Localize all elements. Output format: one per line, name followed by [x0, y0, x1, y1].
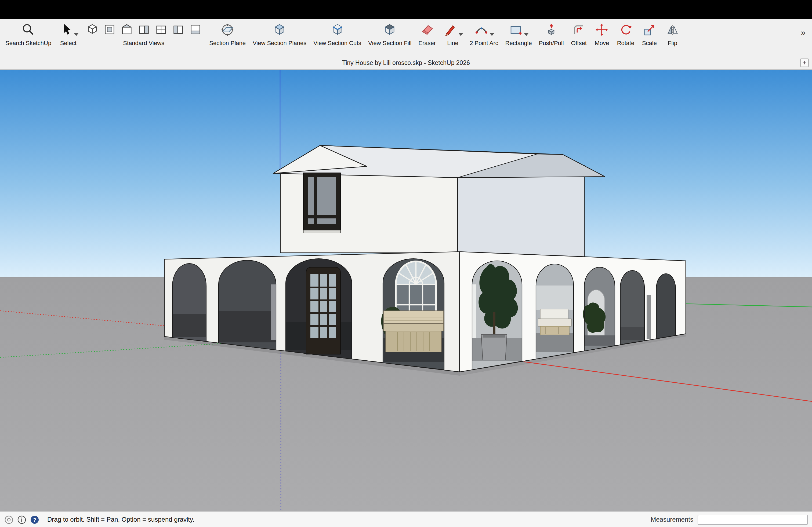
toolbar-view-right-button[interactable] — [137, 22, 151, 39]
document-title: Tiny House by Lili orosco.skp - SketchUp… — [342, 60, 470, 66]
toolbar-view-section-cuts-button[interactable]: View Section Cuts — [313, 22, 361, 46]
move-icon — [595, 22, 609, 37]
svg-text:?: ? — [33, 517, 36, 523]
status-bar: ? Drag to orbit. Shift = Pan, Option = s… — [0, 511, 812, 527]
patio-sofa-front[interactable] — [383, 311, 444, 352]
upper-story-right-wall[interactable] — [458, 165, 584, 257]
toolbar-search-sketchup-button[interactable]: Search SketchUp — [5, 22, 51, 46]
planter-box[interactable] — [481, 334, 507, 360]
toolbar: Search SketchUpSelectStandard ViewsSecti… — [0, 19, 812, 56]
toolbar-label: View Section Cuts — [313, 40, 361, 46]
toolbar-label: 2 Point Arc — [470, 40, 498, 46]
status-hint: Drag to orbit. Shift = Pan, Option = sus… — [47, 516, 194, 523]
toolbar-2-point-arc-button[interactable]: 2 Point Arc — [470, 22, 498, 46]
toolbar-label: Select — [60, 40, 76, 46]
toolbar-rotate-button[interactable]: Rotate — [617, 22, 635, 46]
toolbar-label: Line — [447, 40, 458, 46]
eraser-icon — [420, 22, 434, 37]
toolbar-label: Search SketchUp — [5, 40, 51, 46]
modeling-viewport — [0, 70, 812, 511]
rectangle-icon — [509, 22, 523, 37]
toolbar-view-section-planes-button[interactable]: View Section Planes — [253, 22, 306, 46]
toolbar-label: Flip — [668, 40, 677, 46]
view-bottom-icon — [188, 22, 202, 36]
toolbar-flip-button[interactable]: Flip — [664, 22, 680, 46]
toolbar-label: View Section Planes — [253, 40, 306, 46]
toolbar-line-button[interactable]: Line — [443, 22, 463, 46]
toolbar-label: Scale — [642, 40, 657, 46]
toolbar-view-top-button[interactable] — [102, 22, 116, 39]
toolbar-label: Section Plane — [209, 40, 246, 46]
toolbar-label: Rotate — [617, 40, 635, 46]
menu-bar — [0, 0, 812, 19]
toolbar-view-back-button[interactable] — [154, 22, 168, 39]
toolbar-push-pull-button[interactable]: Push/Pull — [539, 22, 564, 46]
toolbar-group-standard-views: Standard Views — [85, 22, 202, 46]
toolbar-section-plane-button[interactable]: Section Plane — [209, 22, 246, 46]
push-pull-icon — [544, 22, 559, 37]
view-left-icon — [171, 22, 185, 36]
offset-icon — [572, 22, 586, 37]
toolbar-label: Push/Pull — [539, 40, 564, 46]
toolbar-move-button[interactable]: Move — [594, 22, 610, 46]
geolocation-icon[interactable] — [4, 515, 13, 524]
cursor-icon — [58, 22, 73, 37]
toolbar-select-button[interactable]: Select — [58, 22, 78, 46]
toolbar-group-label: Standard Views — [123, 40, 164, 46]
line-icon — [443, 22, 457, 37]
view-iso-icon — [85, 22, 99, 36]
search-icon — [21, 22, 36, 37]
toolbar-view-section-fill-button[interactable]: View Section Fill — [368, 22, 411, 46]
rotate-icon — [619, 22, 633, 37]
section-plane-icon — [220, 22, 235, 37]
flip-icon — [665, 22, 680, 37]
help-icon[interactable]: ? — [30, 515, 39, 524]
chevron-down-icon[interactable] — [74, 28, 78, 38]
patio-sofa-right[interactable] — [538, 309, 571, 335]
view-back-icon — [154, 22, 168, 36]
front-door[interactable] — [306, 267, 340, 354]
chevron-down-icon[interactable] — [524, 28, 528, 38]
sketchup-window: Search SketchUpSelectStandard ViewsSecti… — [0, 0, 812, 527]
toolbar-view-front-button[interactable] — [119, 22, 133, 39]
chevron-down-icon[interactable] — [458, 28, 463, 38]
expand-tray-button[interactable]: + — [800, 59, 809, 67]
toolbar-overflow-chevron[interactable]: » — [801, 28, 807, 37]
view-right-icon — [137, 22, 151, 36]
section-planes-icon — [272, 22, 287, 37]
toolbar-label: Eraser — [418, 40, 436, 46]
info-icon[interactable] — [17, 515, 26, 524]
toolbar-view-left-button[interactable] — [171, 22, 185, 39]
toolbar-label: Rectangle — [505, 40, 532, 46]
toolbar-view-iso-button[interactable] — [85, 22, 99, 39]
arc-icon — [474, 22, 489, 37]
measurements-label: Measurements — [651, 516, 693, 523]
chevron-down-icon[interactable] — [490, 28, 494, 38]
toolbar-scale-button[interactable]: Scale — [641, 22, 657, 46]
measurements-input[interactable] — [698, 514, 808, 525]
toolbar-offset-button[interactable]: Offset — [571, 22, 587, 46]
title-bar: Tiny House by Lili orosco.skp - SketchUp… — [0, 56, 812, 70]
section-cuts-icon — [330, 22, 345, 37]
toolbar-label: View Section Fill — [368, 40, 411, 46]
toolbar-rectangle-button[interactable]: Rectangle — [505, 22, 532, 46]
toolbar-label: Move — [595, 40, 609, 46]
viewport-3d[interactable] — [0, 70, 812, 511]
view-top-icon — [102, 22, 116, 36]
view-front-icon — [119, 22, 133, 36]
section-fill-icon — [383, 22, 397, 37]
toolbar-eraser-button[interactable]: Eraser — [418, 22, 436, 46]
toolbar-view-bottom-button[interactable] — [188, 22, 202, 39]
upper-story-window[interactable] — [303, 173, 340, 233]
scale-icon — [642, 22, 656, 37]
toolbar-label: Offset — [571, 40, 586, 46]
